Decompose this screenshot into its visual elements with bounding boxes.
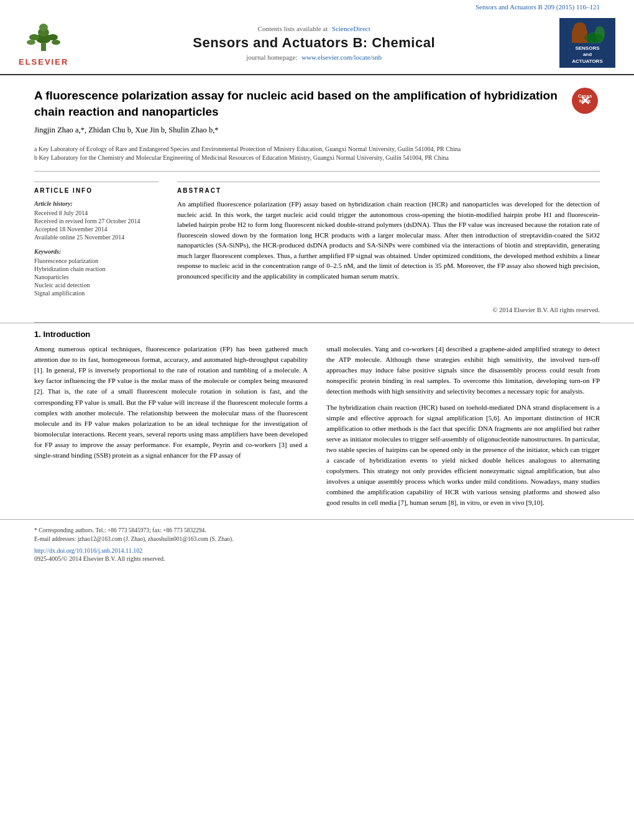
contents-available: Contents lists available at ScienceDirec… <box>68 25 559 32</box>
svg-text:Mark: Mark <box>579 98 591 104</box>
body-col-left: Among numerous optical techniques, fluor… <box>34 344 308 513</box>
affiliation-a: a Key Laboratory of Ecology of Rare and … <box>34 145 600 154</box>
footer: * Corresponding authors. Tel.: +86 773 5… <box>0 519 634 568</box>
article-history: Article history: Received 8 July 2014 Re… <box>34 200 158 241</box>
sensors-logo-image <box>569 21 606 44</box>
crossmark-icon: ✕ Cross Mark <box>572 88 598 114</box>
svg-rect-0 <box>41 44 46 51</box>
svg-point-9 <box>572 26 587 44</box>
sciencedirect-link[interactable]: ScienceDirect <box>332 25 370 32</box>
abstract-title: ABSTRACT <box>177 187 600 194</box>
svg-point-7 <box>52 40 60 45</box>
svg-point-6 <box>27 40 35 45</box>
accepted-date: Accepted 18 November 2014 <box>34 226 158 233</box>
crossmark-logo: ✕ Cross Mark <box>572 88 600 116</box>
affiliation-b: b Key Laboratory for the Chemistry and M… <box>34 154 600 162</box>
homepage-link[interactable]: www.elsevier.com/locate/snb <box>301 53 382 61</box>
abstract-col: ABSTRACT An amplified fluorescence polar… <box>177 182 600 298</box>
sensors-actuators-logo: SENSORS and ACTUATORS <box>559 18 615 68</box>
keyword-4: Nucleic acid detection <box>34 282 158 288</box>
keyword-2: Hybridization chain reaction <box>34 265 158 272</box>
received-date: Received 8 July 2014 <box>34 210 158 216</box>
received-revised-date: Received in revised form 27 October 2014 <box>34 218 158 224</box>
sensors-logo-inner: SENSORS and ACTUATORS <box>563 21 612 65</box>
article-title: A fluorescence polarization assay for nu… <box>34 88 559 119</box>
article-header: A fluorescence polarization assay for nu… <box>0 75 634 141</box>
divider-1 <box>34 171 600 172</box>
affiliations: a Key Laboratory of Ecology of Rare and … <box>0 141 634 166</box>
abstract-text: An amplified fluorescence polarization (… <box>177 199 600 281</box>
introduction-section: 1. Introduction <box>0 323 634 339</box>
available-date: Available online 25 November 2014 <box>34 234 158 241</box>
citation-bar: Sensors and Actuators B 209 (2015) 116–1… <box>0 0 634 12</box>
intro-para-3: The hybridization chain reaction (HCR) b… <box>326 402 600 508</box>
page: Sensors and Actuators B 209 (2015) 116–1… <box>0 0 634 840</box>
svg-point-3 <box>39 24 48 31</box>
intro-para-2: small molecules. Yang and co-workers [4]… <box>326 344 600 397</box>
body-two-col: Among numerous optical techniques, fluor… <box>0 344 634 513</box>
keyword-3: Nanoparticles <box>34 274 158 280</box>
article-authors: Jingjin Zhao a,*, Zhidan Chu b, Xue Jin … <box>34 126 559 135</box>
article-info-col: ARTICLE INFO Article history: Received 8… <box>34 182 158 298</box>
journal-header: ELSEVIER Contents lists available at Sci… <box>0 12 634 75</box>
copyright-line: © 2014 Elsevier B.V. All rights reserved… <box>0 303 634 317</box>
sensors-logo-text: SENSORS and ACTUATORS <box>572 45 602 65</box>
journal-title-block: Contents lists available at ScienceDirec… <box>68 25 559 61</box>
article-title-block: A fluorescence polarization assay for nu… <box>34 88 572 135</box>
journal-homepage: journal homepage: www.elsevier.com/locat… <box>68 53 559 61</box>
keywords-section: Keywords: Fluorescence polarization Hybr… <box>34 248 158 297</box>
body-col-right: small molecules. Yang and co-workers [4]… <box>326 344 600 513</box>
introduction-title: 1. Introduction <box>34 330 600 339</box>
elsevier-text: ELSEVIER <box>19 57 68 67</box>
elsevier-logo: ELSEVIER <box>19 20 68 67</box>
svg-point-4 <box>29 34 39 40</box>
elsevier-logo-icon <box>19 20 68 57</box>
intro-para-1: Among numerous optical techniques, fluor… <box>34 344 308 461</box>
svg-point-12 <box>595 26 605 41</box>
keyword-1: Fluorescence polarization <box>34 257 158 264</box>
citation-text: Sensors and Actuators B 209 (2015) 116–1… <box>476 3 600 11</box>
journal-title: Sensors and Actuators B: Chemical <box>68 35 559 51</box>
footer-issn: 0925-4005/© 2014 Elsevier B.V. All right… <box>34 555 600 562</box>
history-label: Article history: <box>34 200 158 207</box>
keywords-label: Keywords: <box>34 248 158 255</box>
article-info-abstract: ARTICLE INFO Article history: Received 8… <box>0 177 634 303</box>
keyword-5: Signal amplification <box>34 290 158 297</box>
article-info-title: ARTICLE INFO <box>34 187 158 194</box>
svg-point-10 <box>574 22 586 32</box>
svg-point-5 <box>48 34 58 40</box>
footer-doi[interactable]: http://dx.doi.org/10.1016/j.snb.2014.11.… <box>34 547 600 554</box>
sensors-logo-svg <box>569 21 606 44</box>
footnote-star: * Corresponding authors. Tel.: +86 773 5… <box>34 526 600 535</box>
footnote-email: E-mail addresses: jzhao12@163.com (J. Zh… <box>34 535 600 543</box>
